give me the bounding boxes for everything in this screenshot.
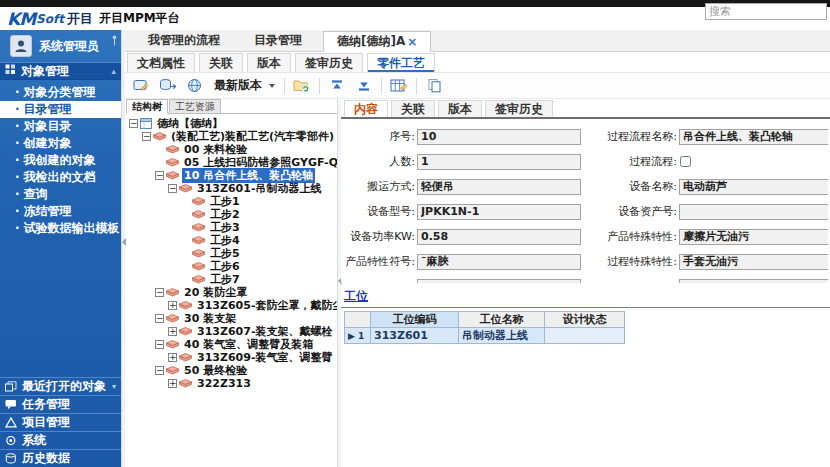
expand-node-icon[interactable]: + xyxy=(168,327,177,336)
align-top-icon[interactable] xyxy=(327,77,347,95)
tree-node[interactable]: +322Z313 xyxy=(126,377,337,390)
globe-icon[interactable] xyxy=(185,77,205,95)
main-tab[interactable]: 德纳[德纳]A× xyxy=(323,31,431,52)
cell[interactable]: 吊制动器上线 xyxy=(459,328,545,344)
sidebar-section-history-data[interactable]: 历史数据 xyxy=(0,449,121,467)
sidebar-item[interactable]: ·对象分类管理 xyxy=(0,84,121,101)
tree-node[interactable]: −50 最终检验 xyxy=(126,364,337,377)
edit-properties-icon[interactable] xyxy=(131,77,151,95)
bullet-icon: · xyxy=(15,85,20,99)
version-selector-label: 最新版本 xyxy=(214,77,262,94)
sidebar-item-label: 创建对象 xyxy=(24,136,72,150)
collapse-node-icon[interactable]: − xyxy=(155,314,164,323)
column-header[interactable]: 设计状态 xyxy=(545,312,625,328)
field-input[interactable] xyxy=(679,129,828,145)
field-input[interactable] xyxy=(417,154,581,170)
version-selector[interactable]: 最新版本 xyxy=(212,77,277,94)
collapse-node-icon[interactable]: − xyxy=(142,132,151,141)
expand-node-icon[interactable]: + xyxy=(168,301,177,310)
field-input[interactable] xyxy=(417,279,581,284)
field-input[interactable] xyxy=(679,204,828,220)
table-row[interactable]: ▶ 1313Z601吊制动器上线 xyxy=(345,328,625,344)
sidebar-item[interactable]: ·试验数据输出模板 xyxy=(0,220,121,237)
sidebar-item-label: 我创建的对象 xyxy=(24,153,96,167)
doc-tab[interactable]: 零件工艺 xyxy=(367,53,435,72)
content-tab[interactable]: 签审历史 xyxy=(485,100,553,117)
copy-document-icon[interactable] xyxy=(424,77,444,95)
doc-tab[interactable]: 版本 xyxy=(247,53,291,72)
doc-tab[interactable]: 文档属性 xyxy=(127,53,195,72)
database-export-icon[interactable] xyxy=(158,77,178,95)
field-input[interactable] xyxy=(417,129,581,145)
cell[interactable]: 313Z601 xyxy=(371,328,459,344)
field-input[interactable] xyxy=(417,229,581,245)
main-tab[interactable]: 我管理的流程 xyxy=(135,30,233,51)
main-tab-label: 目录管理 xyxy=(254,32,302,49)
sidebar-section-project-management[interactable]: 项目管理 xyxy=(0,413,121,431)
collapse-node-icon[interactable]: − xyxy=(155,366,164,375)
collapse-node-icon[interactable]: − xyxy=(129,119,138,128)
field-label: 产品特性符号: xyxy=(341,254,415,269)
sidebar-item[interactable]: ·查询 xyxy=(0,186,121,203)
collapse-node-icon[interactable]: − xyxy=(168,184,177,193)
collapse-node-icon[interactable]: − xyxy=(155,171,164,180)
main-tab[interactable]: 目录管理 xyxy=(241,30,315,51)
sidebar-section-system[interactable]: 系统 xyxy=(0,431,121,449)
collapse-section-icon[interactable]: ▴ xyxy=(111,66,116,76)
sidebar-item-label: 查询 xyxy=(24,187,48,201)
section-label: 对象管理 xyxy=(21,63,69,80)
doc-tab[interactable]: 关联 xyxy=(199,53,243,72)
tree-panel-tab[interactable]: 结构树 xyxy=(126,99,168,114)
field-checkbox[interactable] xyxy=(680,156,691,167)
column-header[interactable]: 工位名称 xyxy=(459,312,545,328)
field-input[interactable] xyxy=(679,229,828,245)
sidebar-item-label: 目录管理 xyxy=(24,102,72,116)
field-input[interactable] xyxy=(417,179,581,195)
refresh-folder-icon[interactable] xyxy=(292,77,312,95)
global-search-input[interactable] xyxy=(705,3,827,20)
field-input[interactable] xyxy=(417,254,581,270)
collapse-node-icon[interactable]: − xyxy=(155,288,164,297)
sidebar-item[interactable]: ·我创建的对象 xyxy=(0,152,121,169)
sidebar-section-recent-objects[interactable]: 最近打开的对象▾ xyxy=(0,377,121,395)
doc-tab[interactable]: 签审历史 xyxy=(295,53,363,72)
content-tab[interactable]: 内容 xyxy=(344,100,388,117)
column-header[interactable]: 工位编码 xyxy=(371,312,459,328)
field-label: 设备资产号: xyxy=(581,204,677,219)
row-selector-cell[interactable]: ▶ 1 xyxy=(345,328,371,344)
toolbar-separator xyxy=(381,78,382,94)
close-tab-icon[interactable]: × xyxy=(407,35,417,49)
cell[interactable] xyxy=(545,328,625,344)
sidebar-item[interactable]: ·我检出的文档 xyxy=(0,169,121,186)
edit-table-icon[interactable] xyxy=(389,77,409,95)
align-bottom-icon[interactable] xyxy=(354,77,374,95)
field-input[interactable] xyxy=(679,279,828,284)
field-input[interactable] xyxy=(679,179,828,195)
sidebar-item[interactable]: ·创建对象 xyxy=(0,135,121,152)
chevron-down-icon[interactable]: ▾ xyxy=(112,382,116,391)
sidebar-section-label: 历史数据 xyxy=(22,450,70,467)
field-input[interactable] xyxy=(679,254,828,270)
field-input[interactable] xyxy=(417,204,581,220)
collapse-node-icon[interactable]: − xyxy=(155,340,164,349)
pin-icon[interactable] xyxy=(111,31,118,50)
properties-form: 序号:过程流程名称:人数:过程流程:搬运方式:设备名称:设备型号:设备资产号:设… xyxy=(341,119,828,283)
dropdown-arrow-icon[interactable] xyxy=(269,84,275,88)
sidebar-section-object-management[interactable]: 对象管理 ▴ xyxy=(0,62,121,80)
expand-node-icon[interactable]: + xyxy=(168,353,177,362)
sidebar-section-label: 项目管理 xyxy=(22,414,70,431)
user-row[interactable]: 系统管理员 xyxy=(0,30,121,62)
station-table: 工位编码工位名称设计状态 ▶ 1313Z601吊制动器上线 xyxy=(344,311,625,344)
tree-node-label: 50 最终检验 xyxy=(182,363,249,378)
sidebar-item-label: 我检出的文档 xyxy=(24,170,96,184)
content-tab[interactable]: 关联 xyxy=(391,100,435,117)
sidebar-item[interactable]: ·目录管理 xyxy=(0,101,121,118)
expand-node-icon[interactable]: + xyxy=(168,379,177,388)
content-tab[interactable]: 版本 xyxy=(438,100,482,117)
tree-panel-tab[interactable]: 工艺资源 xyxy=(169,99,221,114)
station-link[interactable]: 工位 xyxy=(344,288,368,305)
sidebar-item[interactable]: ·冻结管理 xyxy=(0,203,121,220)
toolbar-separator xyxy=(416,78,417,94)
sidebar-section-task-management[interactable]: 任务管理 xyxy=(0,395,121,413)
sidebar-item[interactable]: ·对象目录 xyxy=(0,118,121,135)
